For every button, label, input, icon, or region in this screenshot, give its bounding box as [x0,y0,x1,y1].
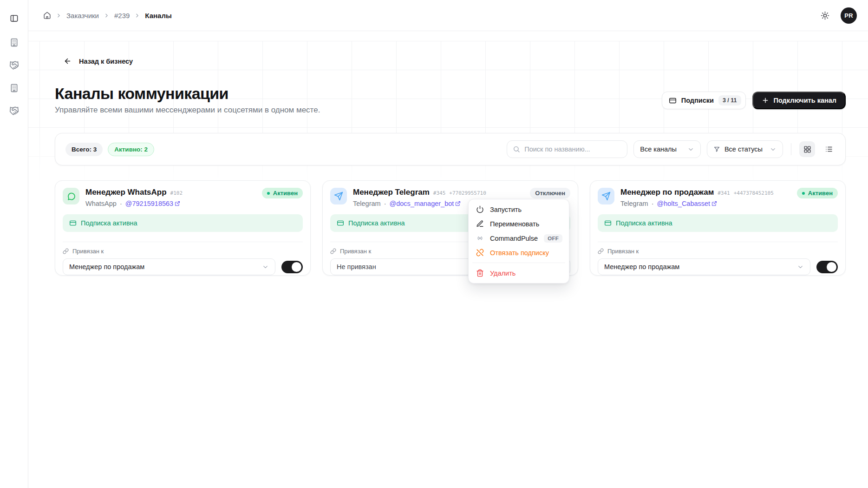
status-filter-select[interactable]: Все статусы [707,140,783,158]
menu-item-start[interactable]: Запустить [472,203,565,216]
subscription-status-text: Подписка активна [81,219,137,227]
status-badge: Отключен [530,188,570,198]
channel-platform: Telegram [620,200,648,207]
back-label: Назад к бизнесу [79,58,133,65]
divider [63,242,303,242]
sidebar-item-partners-1[interactable] [7,58,21,72]
card-info: Менеджер Telegram #345 +77029955710 Tele… [353,188,486,207]
subscription-banner: Подписка активна [598,214,838,232]
grid-view-icon [803,145,811,153]
theme-toggle-sun-icon[interactable] [817,8,832,23]
trash-icon [476,269,484,277]
external-link-icon [711,201,717,206]
connect-channel-button[interactable]: Подключить канал [752,92,846,109]
avatar[interactable]: PR [841,7,857,24]
card-info: Менеджер WhatsApp #102 WhatsApp · @79215… [85,188,183,207]
grid-pattern [28,41,868,194]
sidebar-item-business-2[interactable] [7,81,21,95]
card-info: Менеджер по продажам #341 +447378452105 … [620,188,774,207]
list-view-icon [825,145,833,153]
channel-enabled-toggle[interactable] [281,261,303,273]
search-input[interactable] [524,145,621,153]
channel-handle-link[interactable]: @docs_manager_bot [389,200,461,207]
chevron-down-icon [797,264,804,270]
status-filter-value: Все статусы [724,145,763,153]
whatsapp-icon [63,188,79,204]
channel-id: #341 [718,190,730,196]
page-subtitle: Управляйте всеми вашими мессенджерами и … [55,106,320,115]
subscription-banner: Подписка активна [63,214,303,232]
card-head: Менеджер по продажам #341 +447378452105 … [598,188,838,207]
status-dot [267,192,270,195]
channel-id: #102 [170,190,183,196]
search-icon [513,145,520,153]
chevron-right-icon [56,13,62,19]
sidebar-collapse-icon[interactable] [7,11,21,25]
subscriptions-label: Подписки [681,97,714,104]
menu-item-unlink-subscription[interactable]: Отвязать подписку [472,246,565,259]
chevron-down-icon [262,264,269,270]
linked-to-label: Привязан к [63,248,303,255]
subscription-status-text: Подписка активна [348,219,405,227]
active-count-pill: Активно: 2 [108,143,154,156]
sidebar [0,0,28,488]
unlink-icon [476,249,484,257]
link-icon [598,248,604,254]
channels-filter-select[interactable]: Все каналы [633,140,701,158]
menu-item-command-pulse[interactable]: CommandPulse OFF [472,232,565,244]
plus-icon [762,97,769,104]
toggle-knob [827,262,836,272]
linked-row: Менеджер по продажам [63,258,303,275]
linked-business-select[interactable]: Менеджер по продажам [63,258,275,275]
channel-name: Менеджер по продажам [620,188,714,197]
sidebar-item-partners-2[interactable] [7,104,21,118]
telegram-icon [330,188,347,204]
command-pulse-off-badge: OFF [544,234,562,243]
linked-business-select[interactable]: Менеджер по продажам [598,258,810,275]
handshake-icon [9,106,19,116]
credit-card-icon [604,219,612,227]
building-icon [9,38,19,47]
status-badge: Активен [262,188,303,198]
toggle-knob [292,262,301,272]
topbar: Заказчики #239 Каналы PR [28,0,868,31]
channel-handle-link[interactable]: @79215918563 [125,200,180,207]
channel-card-whatsapp: Менеджер WhatsApp #102 WhatsApp · @79215… [55,180,311,276]
breadcrumb-customers[interactable]: Заказчики [66,12,99,20]
topbar-actions: PR [817,7,857,24]
total-count-pill: Всего: 3 [65,143,103,156]
channel-name: Менеджер Telegram [353,188,430,197]
status-badge: Активен [797,188,838,198]
connect-channel-label: Подключить канал [774,97,837,104]
credit-card-icon [69,219,77,227]
channel-handle-link[interactable]: @holts_Cabasset [657,200,717,207]
back-to-business-button[interactable]: Назад к бизнесу [60,53,137,69]
header-actions: Подписки 3 / 11 Подключить канал [662,92,846,109]
menu-item-rename[interactable]: Переименовать [472,218,565,230]
subscriptions-button[interactable]: Подписки 3 / 11 [662,92,746,109]
power-icon [476,205,484,213]
breadcrumb-business-id[interactable]: #239 [114,12,130,20]
list-view-button[interactable] [821,141,837,157]
search-box [507,140,627,158]
sidebar-nav [7,35,21,118]
link-icon [63,248,69,254]
home-icon[interactable] [43,12,51,20]
dot-separator: · [384,200,386,207]
external-link-icon [175,201,180,206]
external-link-icon [455,201,461,206]
channels-page: Заказчики #239 Каналы PR Назад к бизнесу… [0,0,868,488]
chevron-right-icon [104,13,110,19]
channel-phone: +447378452105 [734,190,774,196]
sidebar-item-business-1[interactable] [7,35,21,49]
subscriptions-count-badge: 3 / 11 [718,95,741,106]
grid-view-button[interactable] [799,141,815,157]
divider [472,263,565,263]
menu-item-delete[interactable]: Удалить [472,267,565,279]
divider [598,242,838,242]
channel-platform: WhatsApp [85,200,117,207]
dot-separator: · [120,200,122,207]
divider [791,143,791,155]
channel-name: Менеджер WhatsApp [85,188,167,197]
channel-enabled-toggle[interactable] [816,261,838,273]
